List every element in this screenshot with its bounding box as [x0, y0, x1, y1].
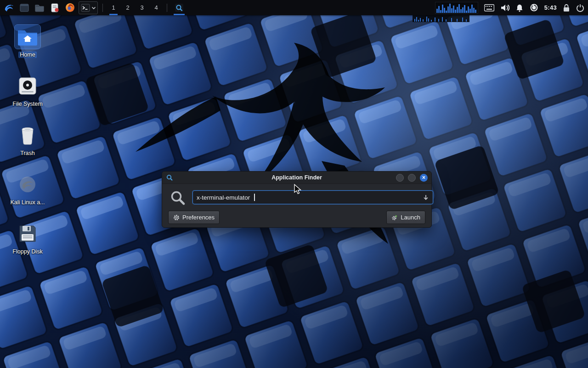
close-button[interactable]: × — [420, 174, 428, 182]
workspace-2-label: 2 — [126, 4, 129, 11]
desktop-icon-label: File System — [12, 101, 42, 107]
desktop-icon-label: Home — [18, 52, 36, 58]
kali-docs-icon — [18, 175, 37, 194]
clock[interactable]: 5:43 — [544, 4, 557, 11]
dialog-title: Application Finder — [162, 174, 431, 181]
tasklist-application-finder[interactable] — [172, 0, 187, 15]
dropdown-arrow-icon[interactable] — [423, 194, 429, 201]
volume-indicator[interactable] — [500, 1, 509, 14]
desktop-icon-label: Kali Linux a... — [10, 199, 45, 206]
keyboard-indicator[interactable] — [484, 1, 494, 14]
volume-icon — [500, 4, 509, 12]
application-finder-task-icon — [174, 3, 184, 13]
bell-icon — [515, 4, 524, 12]
gear-icon — [173, 214, 180, 221]
desktop: 1 2 3 4 — [0, 0, 588, 368]
workspace-3-label: 3 — [140, 4, 143, 11]
firefox-icon — [65, 2, 75, 13]
notifications-indicator[interactable] — [515, 1, 524, 14]
panel-separator — [102, 4, 103, 12]
desktop-icon-floppy-disk[interactable]: Floppy Disk — [4, 219, 51, 268]
logout-button[interactable] — [576, 1, 584, 14]
dialog-body: x-terminal-emulator Preferences — [162, 184, 431, 227]
kali-menu-icon — [4, 2, 15, 13]
terminal-icon — [81, 3, 90, 12]
cpu-graph-secondary — [413, 15, 469, 22]
desktop-icon-label: Trash — [20, 150, 35, 156]
applications-menu-button[interactable] — [3, 1, 16, 14]
minimize-button[interactable] — [396, 174, 404, 182]
workspace-3[interactable]: 3 — [136, 0, 148, 15]
file-manager-launcher[interactable] — [33, 1, 46, 14]
application-finder-window-icon — [166, 174, 173, 181]
desktop-icon-kali-docs[interactable]: Kali Linux a... — [4, 170, 51, 219]
dialog-titlebar[interactable]: Application Finder × — [162, 172, 431, 184]
terminal-launcher[interactable] — [80, 2, 91, 13]
lock-icon — [563, 4, 570, 12]
preferences-button-label: Preferences — [182, 214, 215, 221]
preferences-button[interactable]: Preferences — [168, 211, 220, 224]
workspace-1[interactable]: 1 — [107, 0, 119, 15]
search-input[interactable]: x-terminal-emulator — [192, 190, 433, 204]
desktop-icon-label: Floppy Disk — [12, 248, 42, 255]
launch-button[interactable]: Launch — [386, 211, 425, 224]
desktop-icon-column: Home File System Trash — [4, 22, 51, 268]
updates-indicator[interactable] — [530, 1, 538, 14]
window-launcher[interactable] — [18, 1, 31, 14]
keyboard-icon — [484, 4, 494, 12]
lock-screen-button[interactable] — [563, 1, 570, 14]
desktop-icon-home[interactable]: Home — [4, 22, 51, 71]
search-input-value: x-terminal-emulator — [197, 194, 250, 201]
search-icon — [170, 190, 186, 206]
text-cursor — [254, 194, 255, 201]
trash-icon — [19, 126, 36, 145]
desktop-icon-file-system[interactable]: File System — [4, 71, 51, 121]
window-icon — [19, 3, 29, 13]
cpu-graph[interactable] — [435, 2, 478, 14]
close-icon: × — [422, 175, 425, 180]
workspace-4[interactable]: 4 — [150, 0, 162, 15]
update-icon — [530, 3, 538, 12]
desktop-icon-trash[interactable]: Trash — [4, 121, 51, 170]
top-panel: 1 2 3 4 — [0, 0, 588, 15]
launch-icon — [391, 214, 398, 221]
panel-separator — [167, 4, 167, 12]
workspace-4-label: 4 — [154, 4, 158, 11]
text-editor-icon — [50, 3, 60, 13]
floppy-disk-icon — [18, 224, 37, 243]
power-icon — [576, 4, 584, 12]
application-finder-dialog: Application Finder × x-terminal-emulator — [162, 171, 432, 228]
launch-button-label: Launch — [401, 214, 420, 221]
terminal-launcher-with-menu — [79, 1, 98, 14]
maximize-button[interactable] — [408, 174, 416, 182]
workspace-1-label: 1 — [112, 4, 115, 11]
workspace-2[interactable]: 2 — [122, 0, 134, 15]
file-manager-icon — [34, 3, 45, 13]
firefox-launcher[interactable] — [63, 1, 76, 14]
file-system-icon — [18, 76, 37, 96]
chevron-down-icon[interactable] — [91, 5, 96, 11]
text-editor-launcher[interactable] — [48, 1, 61, 14]
home-folder-icon — [17, 28, 38, 46]
